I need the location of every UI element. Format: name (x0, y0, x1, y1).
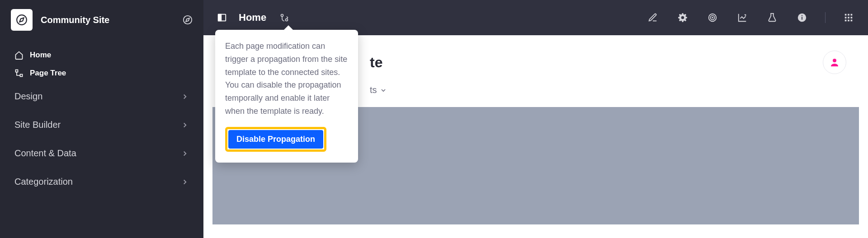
svg-rect-24 (845, 20, 847, 22)
chevron-right-icon (181, 121, 189, 129)
target-icon[interactable] (708, 13, 717, 23)
content-subheader[interactable]: ts (348, 82, 868, 107)
propagation-popover: Each page modification can trigger a pro… (215, 30, 358, 163)
compass-icon (16, 14, 28, 26)
section-label: Content & Data (14, 148, 76, 159)
panel-toggle-icon[interactable] (217, 13, 227, 23)
popover-button-highlight: Disable Propagation (225, 127, 326, 152)
sidebar-header: Community Site (0, 0, 203, 40)
svg-rect-5 (20, 75, 23, 77)
compass-secondary-icon[interactable] (183, 15, 193, 25)
svg-rect-16 (802, 17, 802, 19)
nav-item-home[interactable]: Home (0, 46, 203, 64)
page-tree-icon (14, 69, 24, 78)
section-site-builder[interactable]: Site Builder (0, 111, 203, 139)
nav-label: Home (30, 51, 51, 60)
analytics-icon[interactable] (737, 13, 747, 23)
chevron-right-icon (181, 93, 189, 101)
svg-point-0 (17, 15, 27, 25)
info-icon[interactable] (797, 13, 807, 23)
svg-point-2 (184, 16, 192, 24)
chevron-right-icon (181, 149, 189, 158)
section-label: Site Builder (14, 120, 61, 130)
section-label: Design (14, 91, 42, 102)
svg-point-9 (281, 14, 283, 17)
svg-point-13 (712, 17, 713, 18)
section-label: Categorization (14, 177, 73, 187)
site-title: Community Site (41, 15, 175, 25)
user-icon (829, 57, 840, 68)
sidebar: Community Site Home Page Tree Design Sit… (0, 0, 203, 238)
avatar[interactable] (823, 51, 846, 74)
svg-rect-21 (845, 17, 847, 19)
svg-rect-4 (16, 70, 18, 72)
propagation-icon[interactable] (280, 13, 289, 22)
disable-propagation-button[interactable]: Disable Propagation (228, 130, 323, 149)
nav-label: Page Tree (30, 69, 66, 78)
chevron-right-icon (181, 178, 189, 186)
svg-rect-19 (848, 14, 849, 16)
svg-point-10 (286, 19, 288, 21)
edit-icon[interactable] (648, 13, 658, 23)
svg-marker-1 (19, 18, 24, 22)
content-title-fragment: te (370, 54, 382, 71)
svg-rect-20 (851, 14, 853, 16)
svg-rect-25 (848, 20, 849, 22)
svg-point-27 (833, 59, 836, 62)
sidebar-nav: Home Page Tree Design Site Builder Conte… (0, 40, 203, 196)
svg-point-17 (802, 15, 802, 16)
svg-rect-8 (218, 14, 221, 21)
section-design[interactable]: Design (0, 82, 203, 111)
divider (825, 12, 826, 23)
gear-icon[interactable] (678, 13, 688, 23)
sub-fragment: ts (370, 85, 377, 95)
svg-rect-22 (848, 17, 849, 19)
section-content-data[interactable]: Content & Data (0, 139, 203, 168)
chevron-down-icon (380, 87, 387, 94)
flask-icon[interactable] (767, 13, 777, 23)
nav-item-page-tree[interactable]: Page Tree (0, 64, 203, 82)
home-icon (14, 51, 24, 60)
popover-text: Each page modification can trigger a pro… (225, 40, 348, 118)
svg-rect-18 (845, 14, 847, 16)
svg-rect-26 (851, 20, 853, 22)
svg-marker-3 (186, 18, 189, 22)
section-categorization[interactable]: Categorization (0, 168, 203, 196)
page-title: Home (239, 12, 266, 23)
apps-grid-icon[interactable] (844, 13, 854, 23)
site-icon[interactable] (11, 9, 33, 31)
svg-rect-23 (851, 17, 853, 19)
